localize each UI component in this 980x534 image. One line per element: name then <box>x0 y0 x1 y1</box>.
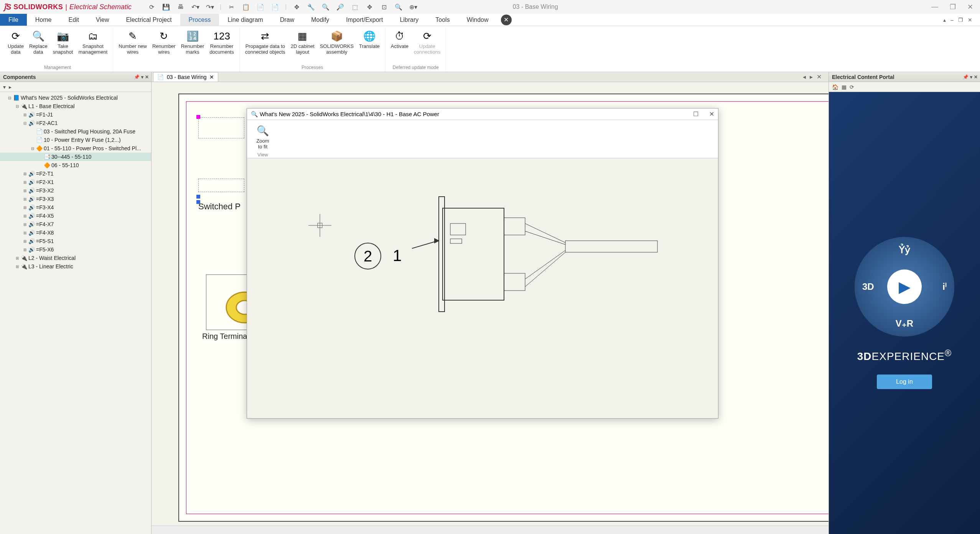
tree-node[interactable]: ⊞🔊=F4-X5 <box>0 212 151 220</box>
popup-maximize-icon[interactable]: ☐ <box>693 110 698 118</box>
ribbon-number-new-wires[interactable]: ✎Number new wires <box>116 28 149 69</box>
customize-icon[interactable]: ⊕▾ <box>408 2 418 12</box>
ribbon-propagate-data-to-connected-objects[interactable]: ⇄Propagate data to connected objects <box>243 28 288 64</box>
paste-icon[interactable]: 📄 <box>256 2 265 12</box>
tab-next-icon[interactable]: ▸ <box>810 73 813 81</box>
panel-dropdown-icon[interactable]: ▾ <box>141 74 143 80</box>
login-button[interactable]: Log in <box>877 375 932 389</box>
tree-node[interactable]: ⊞🔊=F4-X8 <box>0 228 151 237</box>
tree-node[interactable]: ⊞🔊=F3-X4 <box>0 203 151 212</box>
zoom-window-icon[interactable]: ⬚ <box>350 2 359 12</box>
tree-node[interactable]: ⊟📘What's New 2025 - SolidWorks Electrica… <box>0 94 151 102</box>
ribbon-renumber-documents[interactable]: 123Renumber documents <box>207 28 236 69</box>
ribbon-renumber-marks[interactable]: 🔢Renumber marks <box>179 28 207 69</box>
horizontal-scrollbar[interactable] <box>152 526 828 534</box>
ribbon-take-snapshot[interactable]: 📷Take snapshot <box>51 28 76 64</box>
collapse-ribbon-icon[interactable]: ▴ <box>943 17 946 23</box>
save-icon[interactable]: 💾 <box>161 2 171 12</box>
popup-canvas[interactable]: 2 1 <box>247 158 718 418</box>
tree-node[interactable]: ⊞🔊=F5-S1 <box>0 237 151 245</box>
panel-pin-icon[interactable]: 📌 <box>134 74 140 80</box>
tree-node[interactable]: ⊟🔶01 - 55-110 - Power Pros - Switched Pl… <box>0 144 151 153</box>
menu-home[interactable]: Home <box>27 14 60 26</box>
tree-node[interactable]: ⊞🔊=F4-X7 <box>0 220 151 228</box>
child-minimize-icon[interactable]: – <box>950 17 954 23</box>
menu-import-export[interactable]: Import/Export <box>338 14 391 26</box>
menu-window[interactable]: Window <box>458 14 497 26</box>
ribbon-replace-data[interactable]: 🔍Replace data <box>27 28 50 64</box>
menu-edit[interactable]: Edit <box>60 14 87 26</box>
tree-node[interactable]: ⊞🔊=F2-T1 <box>0 169 151 178</box>
move-icon[interactable]: ✥ <box>292 2 301 12</box>
pan-icon[interactable]: ✥ <box>365 2 374 12</box>
popup-titlebar[interactable]: 🔍 What's New 2025 - SolidWorks Electrica… <box>247 108 718 120</box>
print-icon[interactable]: 🖶 <box>176 2 185 12</box>
ribbon-snapshot-management[interactable]: 🗂Snapshot management <box>76 28 110 64</box>
paste-special-icon[interactable]: 📄 <box>270 2 280 12</box>
doc-tab-base-wiring[interactable]: 📄 03 - Base Wiring ✕ <box>153 72 218 82</box>
menu-electrical-project[interactable]: Electrical Project <box>117 14 180 26</box>
play-icon[interactable]: ▶ <box>887 269 922 304</box>
zoom-out-icon[interactable]: 🔎 <box>336 2 345 12</box>
tree-node[interactable]: ⊞🔊=F5-X6 <box>0 245 151 254</box>
menu-line-diagram[interactable]: Line diagram <box>219 14 272 26</box>
child-close-icon[interactable]: ✕ <box>968 17 972 23</box>
tree-node[interactable]: 📄10 - Power Entry W Fuse (1,2...) <box>0 136 151 144</box>
tree-node[interactable]: ⊟🔊=F2-AC1 <box>0 119 151 127</box>
tree-node[interactable]: ⊞🔊=F2-X1 <box>0 178 151 186</box>
maximize-icon[interactable]: ❐ <box>950 3 956 11</box>
refresh-icon[interactable]: ⟳ <box>147 2 156 12</box>
zoom-fit-icon[interactable]: ⊡ <box>379 2 389 12</box>
tree-expand-icon[interactable]: ▾ <box>3 84 6 90</box>
cut-icon[interactable]: ✂ <box>227 2 236 12</box>
tab-prev-icon[interactable]: ◂ <box>803 73 806 81</box>
minimize-icon[interactable]: — <box>931 3 938 11</box>
compass-icon[interactable]: Ỷỷ 3D iⁱ V₊R ▶ <box>855 237 954 337</box>
redo-icon[interactable]: ↷▾ <box>205 2 214 12</box>
menu-library[interactable]: Library <box>391 14 427 26</box>
ribbon-activate[interactable]: ⏱Activate <box>389 28 411 64</box>
search-icon[interactable]: 🔍 <box>394 2 403 12</box>
zoom-fit-button[interactable]: 🔍 Zoom to fit View <box>249 122 276 159</box>
ribbon-2d-cabinet-layout[interactable]: ▦2D cabinet layout <box>288 28 317 64</box>
ribbon-translate[interactable]: 🌐Translate <box>357 28 382 64</box>
panel-close-icon[interactable]: ✕ <box>145 74 149 80</box>
tree-node[interactable]: ⊞🔊=F1-J1 <box>0 110 151 119</box>
close-icon[interactable]: ✕ <box>967 3 973 11</box>
child-restore-icon[interactable]: ❐ <box>958 17 963 23</box>
menu-tools[interactable]: Tools <box>427 14 458 26</box>
home-icon[interactable]: 🏠 <box>832 84 838 90</box>
undo-icon[interactable]: ↶▾ <box>191 2 200 12</box>
tree-node[interactable]: ⊞🔊=F3-X2 <box>0 186 151 195</box>
menu-close-button[interactable]: ✕ <box>501 15 512 25</box>
zoom-in-icon[interactable]: 🔍 <box>321 2 330 12</box>
grid-icon[interactable]: ▦ <box>842 84 847 90</box>
popup-close-icon[interactable]: ✕ <box>709 110 714 118</box>
tree-node[interactable]: 🔶06 - 55-110 <box>0 161 151 169</box>
tool-icon[interactable]: 🔧 <box>306 2 316 12</box>
menu-file[interactable]: File <box>0 14 27 26</box>
portal-close-icon[interactable]: ✕ <box>974 74 978 80</box>
ribbon-solidworks-assembly[interactable]: 📦SOLIDWORKS assembly <box>318 28 356 64</box>
portal-pin-icon[interactable]: 📌 <box>963 74 968 80</box>
menu-process[interactable]: Process <box>180 14 219 26</box>
tree-node[interactable]: ⊞🔊=F3-X3 <box>0 195 151 203</box>
ribbon-update-data[interactable]: ⟳Update data <box>5 28 26 64</box>
tree-node[interactable]: 📑30--445 - 55-110 <box>0 153 151 161</box>
copy-icon[interactable]: 📋 <box>241 2 250 12</box>
refresh-portal-icon[interactable]: ⟳ <box>850 84 854 90</box>
tree-node[interactable]: ⊞🔌L3 - Linear Electric <box>0 262 151 271</box>
tree-node[interactable]: ⊞🔌L2 - Waist Electrical <box>0 254 151 262</box>
tab-close-all-icon[interactable]: ✕ <box>817 73 822 81</box>
tree-node[interactable]: ⊟🔌L1 - Base Electrical <box>0 102 151 110</box>
ribbon-renumber-wires[interactable]: ↻Renumber wires <box>150 28 178 69</box>
drawing-canvas[interactable]: Switched P VER 39-0 39-0 Female Connec F… <box>152 82 828 526</box>
portal-dropdown-icon[interactable]: ▾ <box>970 74 972 80</box>
tree-node[interactable]: 📄03 - Switched Plug Housing, 20A Fuse <box>0 127 151 136</box>
components-tree[interactable]: ⊟📘What's New 2025 - SolidWorks Electrica… <box>0 92 151 534</box>
doc-tab-close-icon[interactable]: ✕ <box>209 74 214 80</box>
menu-draw[interactable]: Draw <box>272 14 303 26</box>
menu-modify[interactable]: Modify <box>303 14 338 26</box>
menu-view[interactable]: View <box>87 14 117 26</box>
tree-collapse-icon[interactable]: ▸ <box>9 84 12 90</box>
